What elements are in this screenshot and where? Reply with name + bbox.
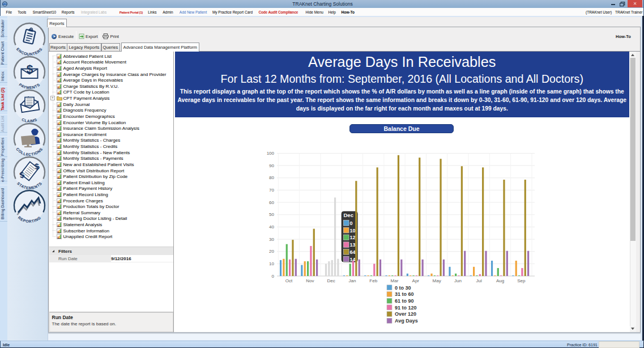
svg-text:Jan: Jan [348,278,356,283]
svg-text:100: 100 [267,151,275,156]
svg-text:40: 40 [269,224,274,230]
svg-text:May: May [433,278,441,283]
svg-text:Feb: Feb [369,278,377,283]
svg-text:Mar: Mar [391,278,399,283]
svg-text:91 to 120: 91 to 120 [395,305,417,311]
svg-text:60: 60 [269,200,274,205]
svg-text:12: 12 [350,235,356,240]
svg-text:Dec: Dec [344,212,353,218]
svg-text:Jul: Jul [476,278,482,283]
svg-text:Avg Days: Avg Days [395,318,418,324]
svg-text:Oct: Oct [285,278,293,283]
svg-text:70: 70 [269,188,274,193]
svg-text:0: 0 [272,274,275,279]
svg-text:Dec: Dec [327,278,335,283]
svg-text:10: 10 [350,228,356,234]
svg-text:0 to 30: 0 to 30 [395,285,411,291]
svg-text:90: 90 [269,163,274,168]
svg-text:31 to 60: 31 to 60 [395,291,414,297]
svg-text:Nov: Nov [306,278,314,283]
svg-text:Jun: Jun [454,278,462,283]
svg-text:Sep: Sep [517,278,526,283]
svg-text:13: 13 [350,242,356,248]
svg-text:Apr: Apr [412,278,420,283]
svg-text:80: 80 [269,175,274,180]
svg-text:$: $ [27,62,33,75]
svg-text:10: 10 [269,261,274,266]
svg-text:Aug: Aug [496,278,504,283]
svg-text:0: 0 [350,220,353,226]
svg-text:61 to 90: 61 to 90 [395,298,414,304]
svg-text:64: 64 [350,249,356,255]
svg-text:Over 120: Over 120 [395,311,416,317]
svg-text:30: 30 [269,237,274,242]
svg-text:20: 20 [269,249,274,254]
svg-text:50: 50 [269,212,274,217]
